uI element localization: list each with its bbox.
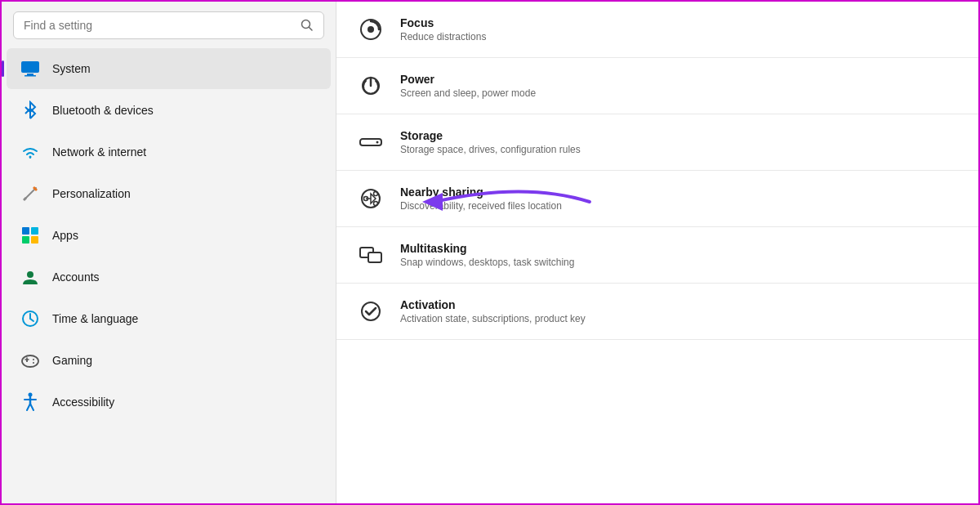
search-input[interactable] <box>24 19 294 32</box>
svg-point-36 <box>374 192 378 196</box>
storage-desc: Storage space, drives, configuration rul… <box>400 144 581 155</box>
multitasking-text: Multitasking Snap windows, desktops, tas… <box>400 242 574 268</box>
svg-point-12 <box>27 271 33 278</box>
focus-text: Focus Reduce distractions <box>400 16 486 42</box>
svg-rect-4 <box>24 75 36 77</box>
sidebar-item-accounts-label: Accounts <box>52 270 100 284</box>
svg-point-6 <box>29 156 32 159</box>
focus-title: Focus <box>400 16 486 29</box>
focus-icon <box>356 15 385 44</box>
svg-point-16 <box>22 355 38 367</box>
setting-item-multitasking[interactable]: Multitasking Snap windows, desktops, tas… <box>336 227 978 284</box>
sidebar-item-time-label: Time & language <box>52 312 138 325</box>
sidebar-item-apps[interactable]: Apps <box>7 215 331 256</box>
sidebar-item-accessibility[interactable]: Accessibility <box>7 382 331 422</box>
system-icon <box>20 58 41 79</box>
sidebar-item-network[interactable]: Network & internet <box>7 132 331 172</box>
svg-rect-9 <box>31 227 38 235</box>
svg-line-1 <box>310 28 313 31</box>
sidebar-item-personalization-label: Personalization <box>52 187 131 200</box>
svg-point-41 <box>362 302 380 320</box>
activation-title: Activation <box>400 298 586 311</box>
time-icon <box>20 308 41 329</box>
svg-point-21 <box>33 362 34 364</box>
setting-item-power[interactable]: Power Screen and sleep, power mode <box>336 58 978 114</box>
setting-item-storage[interactable]: Storage Storage space, drives, configura… <box>336 114 978 171</box>
svg-rect-10 <box>22 236 29 244</box>
sidebar-item-gaming-label: Gaming <box>52 354 92 367</box>
settings-list: Focus Reduce distractions Power Screen a… <box>336 2 978 340</box>
gaming-icon <box>20 350 41 371</box>
svg-point-29 <box>368 26 374 33</box>
storage-title: Storage <box>400 129 581 142</box>
svg-rect-40 <box>368 252 381 262</box>
nav-list: System Bluetooth & devices <box>2 47 336 503</box>
storage-icon <box>356 127 385 157</box>
nearby-desc: Discoverability, received files location <box>400 200 562 212</box>
svg-point-33 <box>376 141 379 144</box>
svg-line-25 <box>27 404 30 410</box>
sidebar-item-network-label: Network & internet <box>52 145 146 159</box>
sidebar-item-bluetooth-label: Bluetooth & devices <box>52 104 154 117</box>
main-content: Focus Reduce distractions Power Screen a… <box>336 2 978 503</box>
setting-item-nearby[interactable]: Nearby sharing Discoverability, received… <box>336 171 978 227</box>
setting-item-activation[interactable]: Activation Activation state, subscriptio… <box>336 284 978 340</box>
svg-line-7 <box>24 188 36 199</box>
power-text: Power Screen and sleep, power mode <box>400 73 536 99</box>
network-icon <box>20 141 41 163</box>
svg-point-20 <box>33 359 34 360</box>
sidebar-item-gaming[interactable]: Gaming <box>7 340 331 381</box>
activation-desc: Activation state, subscriptions, product… <box>400 313 586 324</box>
storage-text: Storage Storage space, drives, configura… <box>400 129 581 155</box>
svg-rect-8 <box>22 227 29 235</box>
svg-point-37 <box>374 202 378 206</box>
search-icon <box>301 19 314 32</box>
sidebar-item-accounts[interactable]: Accounts <box>7 257 331 297</box>
personalization-icon <box>20 183 41 204</box>
sidebar-item-time[interactable]: Time & language <box>7 298 331 339</box>
sidebar-item-personalization[interactable]: Personalization <box>7 173 331 214</box>
svg-rect-11 <box>31 236 38 244</box>
power-icon <box>356 71 385 101</box>
multitasking-title: Multitasking <box>400 242 574 255</box>
multitasking-desc: Snap windows, desktops, task switching <box>400 257 574 268</box>
sidebar-item-accessibility-label: Accessibility <box>52 396 114 409</box>
activation-text: Activation Activation state, subscriptio… <box>400 298 586 324</box>
focus-desc: Reduce distractions <box>400 31 486 42</box>
svg-line-26 <box>30 404 33 410</box>
search-bar[interactable] <box>13 11 324 39</box>
app-container: System Bluetooth & devices <box>2 2 978 503</box>
nearby-text: Nearby sharing Discoverability, received… <box>400 185 562 212</box>
activation-icon <box>356 297 385 326</box>
sidebar-item-bluetooth[interactable]: Bluetooth & devices <box>7 90 331 131</box>
nearby-icon <box>356 184 385 213</box>
apps-icon <box>20 225 41 246</box>
multitasking-icon <box>356 240 385 270</box>
sidebar: System Bluetooth & devices <box>2 2 336 503</box>
nearby-title: Nearby sharing <box>400 185 562 199</box>
sidebar-item-apps-label: Apps <box>52 229 78 242</box>
power-title: Power <box>400 73 536 86</box>
sidebar-item-system[interactable]: System <box>7 48 331 89</box>
svg-rect-3 <box>27 74 33 75</box>
setting-item-focus[interactable]: Focus Reduce distractions <box>336 2 978 58</box>
bluetooth-icon <box>20 100 41 121</box>
accessibility-icon <box>20 391 41 413</box>
svg-rect-2 <box>21 61 39 73</box>
accounts-icon <box>20 266 41 288</box>
sidebar-item-system-label: System <box>52 62 91 75</box>
svg-line-15 <box>30 319 33 321</box>
power-desc: Screen and sleep, power mode <box>400 87 536 99</box>
